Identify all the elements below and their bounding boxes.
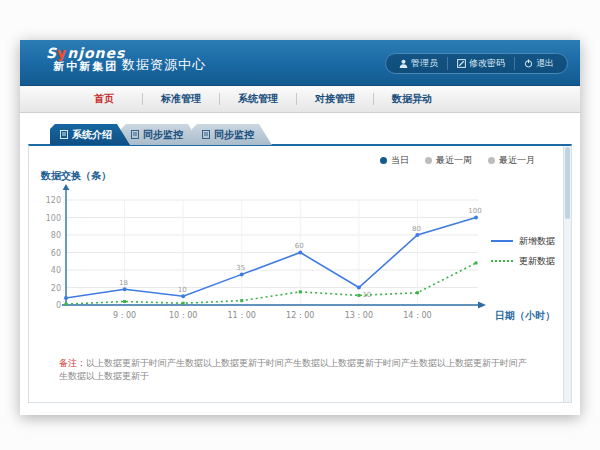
svg-text:40: 40 (51, 266, 61, 275)
app-header: Synjones 新中新集团 数据资源中心 管理员 修改密码 退出 (20, 40, 580, 86)
legend-item-new-data: 新增数据 (491, 231, 555, 251)
svg-text:60: 60 (295, 242, 304, 250)
scrollbar-thumb[interactable] (565, 147, 570, 219)
tab-bar: 系统介绍 同步监控 同步监控 (50, 124, 263, 145)
power-icon (524, 59, 533, 68)
svg-text:20: 20 (51, 284, 61, 293)
nav-item-system-mgmt[interactable]: 系统管理 (220, 92, 296, 106)
tab-system-intro[interactable]: 系统介绍 (50, 124, 130, 145)
svg-text:80: 80 (51, 231, 61, 240)
main-nav: 首页 标准管理 系统管理 对接管理 数据异动 (20, 86, 580, 113)
document-icon (60, 130, 68, 139)
svg-text:60: 60 (51, 249, 61, 258)
tab-label: 同步监控 (143, 128, 183, 142)
radio-icon (425, 157, 432, 164)
brand-logo: Synjones 新中新集团 (46, 45, 125, 74)
nav-item-home[interactable]: 首页 (66, 92, 142, 106)
svg-text:120: 120 (46, 196, 61, 205)
svg-text:100: 100 (468, 207, 481, 215)
legend-item-updated-data: 更新数据 (491, 251, 555, 271)
brand-name-en: Synjones (46, 45, 125, 61)
filter-last-week[interactable]: 最近一周 (425, 154, 472, 167)
change-password-label: 修改密码 (469, 57, 505, 70)
filter-last-month[interactable]: 最近一月 (488, 154, 535, 167)
logout-button[interactable]: 退出 (514, 57, 563, 70)
filter-label: 当日 (391, 154, 409, 167)
brand-name-cn: 新中新集团 (46, 61, 125, 74)
nav-item-interface-mgmt[interactable]: 对接管理 (297, 92, 373, 106)
user-toolbar: 管理员 修改密码 退出 (385, 53, 568, 74)
vertical-scrollbar[interactable] (563, 146, 571, 402)
svg-text:14：00: 14：00 (403, 311, 431, 320)
svg-text:35: 35 (236, 264, 245, 272)
filter-label: 最近一月 (499, 154, 535, 167)
brand-letter: S (46, 45, 57, 61)
edit-icon (457, 59, 466, 68)
logout-label: 退出 (536, 57, 554, 70)
content-panel: 当日 最近一周 最近一月 数据交换（条） 0204060801001209：00… (28, 144, 572, 403)
time-range-filter: 当日 最近一周 最近一月 (380, 154, 535, 167)
filter-today[interactable]: 当日 (380, 154, 409, 167)
brand-letters: njones (67, 45, 125, 61)
tab-label: 同步监控 (214, 128, 254, 142)
brand-accent-letter: y (57, 45, 67, 61)
solid-line-swatch (491, 240, 513, 242)
x-axis-title: 日期（小时） (495, 309, 555, 323)
document-icon (202, 130, 210, 139)
svg-text:10: 10 (178, 286, 187, 294)
nav-item-data-change[interactable]: 数据异动 (374, 92, 450, 106)
svg-text:18: 18 (119, 279, 128, 287)
tab-sync-monitor-2[interactable]: 同步监控 (192, 124, 272, 145)
admin-user-button[interactable]: 管理员 (390, 57, 447, 70)
page-title: 数据资源中心 (122, 56, 206, 74)
svg-text:13：00: 13：00 (345, 311, 373, 320)
svg-text:80: 80 (412, 225, 421, 233)
svg-text:9：00: 9：00 (113, 311, 136, 320)
app-window: Synjones 新中新集团 数据资源中心 管理员 修改密码 退出 首页 标准管… (20, 40, 580, 415)
svg-text:11：00: 11：00 (228, 311, 256, 320)
svg-text:12：00: 12：00 (286, 311, 314, 320)
change-password-button[interactable]: 修改密码 (447, 57, 514, 70)
filter-label: 最近一周 (436, 154, 472, 167)
svg-text:0: 0 (56, 301, 61, 310)
dotted-line-swatch (491, 260, 513, 262)
admin-user-label: 管理员 (411, 57, 438, 70)
svg-text:100: 100 (46, 214, 61, 223)
legend-label: 更新数据 (519, 255, 555, 268)
footnote: 备注：以上数据更新于时间产生数据以上数据更新于时间产生数据以上数据更新于时间产生… (59, 357, 531, 383)
footnote-text: 以上数据更新于时间产生数据以上数据更新于时间产生数据以上数据更新于时间产生数据以… (59, 358, 527, 381)
nav-item-standard-mgmt[interactable]: 标准管理 (143, 92, 219, 106)
footnote-label: 备注： (59, 358, 86, 368)
radio-icon (488, 157, 495, 164)
tab-sync-monitor-1[interactable]: 同步监控 (121, 124, 201, 145)
radio-selected-icon (380, 157, 387, 164)
legend-label: 新增数据 (519, 235, 555, 248)
user-icon (399, 59, 408, 68)
chart-legend: 新增数据 更新数据 (491, 231, 555, 271)
tab-label: 系统介绍 (72, 128, 112, 142)
document-icon (131, 130, 139, 139)
svg-text:10：00: 10：00 (169, 311, 197, 320)
